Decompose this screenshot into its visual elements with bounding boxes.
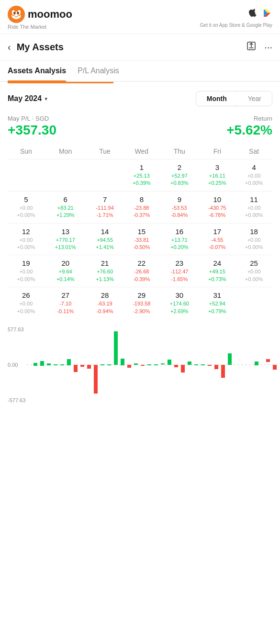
day-number: 5 xyxy=(9,195,44,203)
header-wed: Wed xyxy=(123,144,160,159)
pl-summary: May P/L · SGD +357.30 Return +5.62% xyxy=(8,112,272,144)
chart-svg xyxy=(27,327,280,403)
svg-rect-24 xyxy=(127,365,131,368)
calendar-cell-w0d4: 2+52.97+0.83% xyxy=(160,159,199,192)
svg-rect-26 xyxy=(141,365,145,366)
day-pct: -0.07% xyxy=(200,244,235,251)
day-pct: -1.71% xyxy=(88,212,123,219)
day-pnl: -430.75 xyxy=(200,204,235,212)
calendar-week-1: 5+0.00+0.00%6+83.21+1.29%7-111.94-1.71%8… xyxy=(8,191,272,223)
month-label: May 2024 xyxy=(8,94,42,103)
day-pnl: -53.53 xyxy=(161,204,198,212)
day-number: 10 xyxy=(200,195,235,203)
svg-rect-12 xyxy=(47,363,51,365)
store-area: Get it on App Store & Google Play xyxy=(200,8,272,28)
day-pct: +0.00% xyxy=(9,244,44,251)
tab-assets-analysis[interactable]: Assets Analysis xyxy=(8,61,66,81)
day-pnl: +0.00 xyxy=(9,268,44,275)
calendar-cell-w4d2: 28-63.19-0.94% xyxy=(87,287,123,319)
calendar-cell-w1d2: 7-111.94-1.71% xyxy=(87,191,123,223)
svg-rect-17 xyxy=(80,365,84,367)
day-pct: +0.79% xyxy=(200,308,235,315)
calendar-cell-w1d1: 6+83.21+1.29% xyxy=(45,191,87,223)
nav-right: ··· xyxy=(246,41,272,54)
back-button[interactable]: ‹ xyxy=(8,42,11,53)
day-pct: +0.00% xyxy=(236,180,271,187)
calendar-cell-w0d1 xyxy=(45,159,87,192)
pl-left: May P/L · SGD +357.30 xyxy=(8,114,56,138)
header-mon: Mon xyxy=(45,144,87,159)
header-sun: Sun xyxy=(8,144,45,159)
svg-rect-41 xyxy=(266,359,270,362)
day-pct: +1.13% xyxy=(88,276,123,283)
calendar-header-row: Sun Mon Tue Wed Thu Fri Sat xyxy=(8,144,272,159)
day-pnl: +94.55 xyxy=(88,237,123,244)
day-pct: -0.84% xyxy=(161,212,198,219)
day-pct: +1.41% xyxy=(88,244,123,251)
calendar-cell-w4d1: 27-7.10-0.11% xyxy=(45,287,87,319)
export-button[interactable] xyxy=(246,41,257,54)
header-tue: Tue xyxy=(87,144,123,159)
day-pct: +0.39% xyxy=(124,180,159,187)
svg-rect-35 xyxy=(201,364,205,365)
day-pnl: +52.97 xyxy=(161,172,198,180)
day-pnl: -4.55 xyxy=(200,237,235,244)
pl-label: May P/L · SGD xyxy=(8,115,49,122)
day-pnl: +52.94 xyxy=(200,300,235,307)
day-pct: +2.69% xyxy=(161,308,198,315)
period-row: May 2024 ▼ Month Year xyxy=(8,83,272,112)
day-pnl: +770.17 xyxy=(45,237,86,244)
day-pnl: -26.68 xyxy=(124,268,159,275)
day-pnl: +9.64 xyxy=(45,268,86,275)
apple-store-icon[interactable] xyxy=(247,8,258,21)
calendar-cell-w2d6: 18+0.00+0.00% xyxy=(235,223,272,255)
day-number: 8 xyxy=(124,195,159,203)
chart-bottom-label: -577.63 xyxy=(8,397,25,403)
svg-rect-20 xyxy=(101,364,104,365)
day-pnl: +76.60 xyxy=(88,268,123,275)
day-pnl: +13.71 xyxy=(161,237,198,244)
tab-pl-analysis[interactable]: P/L Analysis xyxy=(78,61,119,81)
day-pct: +0.00% xyxy=(9,308,44,315)
day-pct: -1.65% xyxy=(161,276,198,283)
day-pct: +0.20% xyxy=(161,244,198,251)
dropdown-arrow-icon: ▼ xyxy=(44,96,48,102)
moomoo-logo-icon xyxy=(8,6,25,23)
day-pct: +0.00% xyxy=(9,276,44,283)
google-play-icon[interactable] xyxy=(262,8,272,21)
day-pnl: +0.00 xyxy=(236,172,271,180)
day-number: 13 xyxy=(45,227,86,236)
day-pnl: -111.94 xyxy=(88,204,123,212)
calendar-cell-w4d4: 30+174.60+2.69% xyxy=(160,287,199,319)
month-toggle-button[interactable]: Month xyxy=(196,91,237,106)
chart-top-label: 577.63 xyxy=(8,327,24,332)
calendar-cell-w2d2: 14+94.55+1.41% xyxy=(87,223,123,255)
svg-rect-37 xyxy=(214,365,218,369)
day-pnl: +83.21 xyxy=(45,204,86,212)
day-number: 28 xyxy=(88,291,123,299)
more-button[interactable]: ··· xyxy=(264,42,272,53)
day-pct: +0.00% xyxy=(236,276,271,283)
month-selector[interactable]: May 2024 ▼ xyxy=(8,94,48,103)
year-toggle-button[interactable]: Year xyxy=(237,91,272,106)
day-number: 18 xyxy=(236,227,271,236)
day-pct: -6.78% xyxy=(200,212,235,219)
calendar-cell-w4d3: 29-193.58-2.90% xyxy=(123,287,160,319)
svg-rect-42 xyxy=(273,365,277,370)
calendar-cell-w2d5: 17-4.55-0.07% xyxy=(199,223,235,255)
svg-rect-10 xyxy=(34,363,37,366)
svg-rect-14 xyxy=(60,364,64,365)
day-pnl: -7.10 xyxy=(45,300,86,307)
svg-rect-28 xyxy=(154,364,158,365)
return-value: +5.62% xyxy=(226,123,272,138)
calendar-cell-w2d1: 13+770.17+13.01% xyxy=(45,223,87,255)
day-number: 11 xyxy=(236,195,271,203)
day-pct: +0.25% xyxy=(200,180,235,187)
calendar-cell-w3d6: 25+0.00+0.00% xyxy=(235,255,272,287)
day-number: 25 xyxy=(236,259,271,267)
calendar-cell-w0d5: 3+16.11+0.25% xyxy=(199,159,235,192)
chart-svg-container xyxy=(27,327,272,403)
day-pct: -0.39% xyxy=(124,276,159,283)
day-pnl: +16.11 xyxy=(200,172,235,180)
svg-rect-31 xyxy=(174,365,178,367)
